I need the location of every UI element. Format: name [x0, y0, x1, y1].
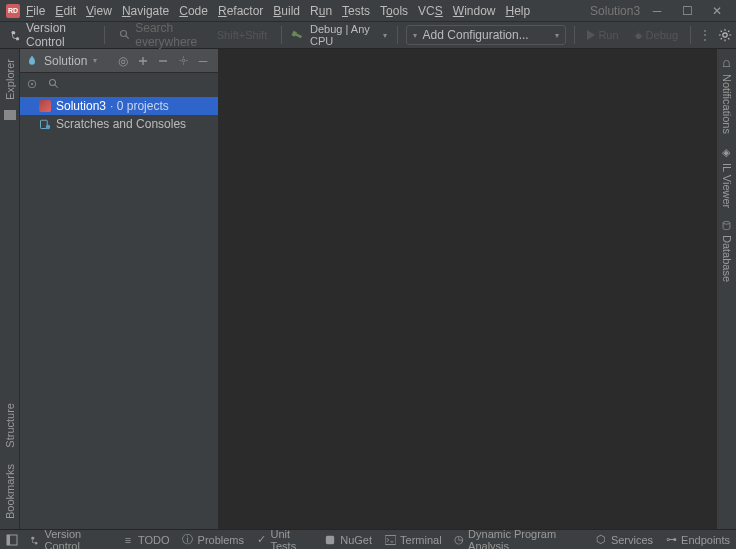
svg-point-10 — [50, 80, 56, 86]
menu-refactor[interactable]: Refactor — [218, 4, 263, 18]
explorer-subtoolbar — [20, 73, 218, 95]
svg-line-1 — [126, 36, 129, 39]
structure-tab[interactable]: Structure — [4, 403, 16, 448]
nuget-icon — [324, 534, 336, 546]
solution-tree: Solution3 · 0 projects Scratches and Con… — [20, 95, 218, 529]
search-icon[interactable] — [48, 78, 60, 90]
status-todo-label: TODO — [138, 534, 170, 546]
settings-icon[interactable] — [718, 27, 732, 43]
status-services-label: Services — [611, 534, 653, 546]
notifications-label: Notifications — [721, 74, 733, 134]
svg-point-0 — [121, 31, 127, 37]
menu-tools[interactable]: Tools — [380, 4, 408, 18]
more-icon[interactable]: ⋮ — [699, 27, 712, 43]
explorer-title[interactable]: Solution ▾ — [44, 54, 99, 68]
maximize-button[interactable]: ☐ — [680, 4, 694, 18]
status-vc-label: Version Control — [44, 528, 110, 550]
folder-icon[interactable] — [4, 110, 16, 120]
menu-window[interactable]: Window — [453, 4, 496, 18]
solution-icon — [26, 55, 38, 67]
bookmarks-tab[interactable]: Bookmarks — [4, 464, 16, 519]
svg-rect-17 — [326, 535, 334, 543]
chevron-down-icon: ▾ — [93, 56, 97, 65]
branch-icon — [30, 534, 40, 546]
menu-help[interactable]: Help — [505, 4, 530, 18]
menu-view[interactable]: View — [86, 4, 112, 18]
status-dpa-label: Dynamic Program Analysis — [468, 528, 583, 550]
info-icon: ⓘ — [182, 534, 194, 546]
close-button[interactable]: ✕ — [710, 4, 724, 18]
build-icon[interactable] — [288, 25, 307, 45]
menu-tests[interactable]: Tests — [342, 4, 370, 18]
separator — [574, 26, 575, 44]
il-viewer-tab[interactable]: ◈ IL Viewer — [720, 146, 733, 208]
status-dpa[interactable]: ◷ Dynamic Program Analysis — [454, 528, 583, 550]
svg-point-13 — [46, 125, 51, 130]
menu-vcs[interactable]: VCS — [418, 4, 443, 18]
menu-code[interactable]: Code — [179, 4, 208, 18]
dropdown-arrow-icon: ▾ — [555, 31, 559, 40]
svg-rect-18 — [385, 535, 396, 544]
solution-config-label: Debug | Any CPU — [310, 23, 379, 47]
status-endpoints[interactable]: ⊶ Endpoints — [665, 534, 730, 546]
status-nuget[interactable]: NuGet — [324, 534, 372, 546]
svg-point-7 — [182, 59, 185, 62]
chevron-down-icon: ▾ — [413, 31, 417, 40]
explorer-title-text: Solution — [44, 54, 87, 68]
scratches-node[interactable]: Scratches and Consoles — [20, 115, 218, 133]
test-icon: ✓ — [256, 534, 266, 546]
search-everywhere[interactable]: Search everywhere Shift+Shift — [113, 21, 273, 49]
list-icon: ≡ — [122, 534, 134, 546]
status-services[interactable]: ⬡ Services — [595, 534, 653, 546]
svg-point-6 — [723, 33, 727, 37]
expand-all-icon[interactable] — [134, 52, 152, 70]
svg-point-14 — [723, 222, 730, 225]
collapse-all-icon[interactable] — [154, 52, 172, 70]
menu-navigate[interactable]: Navigate — [122, 4, 169, 18]
database-tab[interactable]: Database — [721, 220, 733, 282]
explorer-tab[interactable]: Explorer — [4, 59, 16, 100]
search-shortcut: Shift+Shift — [217, 29, 267, 41]
main-area: Explorer Structure Bookmarks Solution ▾ … — [0, 49, 736, 529]
status-problems-label: Problems — [198, 534, 244, 546]
separator — [281, 26, 282, 44]
database-label: Database — [721, 235, 733, 282]
status-endpoints-label: Endpoints — [681, 534, 730, 546]
minimize-button[interactable]: ─ — [650, 4, 664, 18]
services-icon: ⬡ — [595, 534, 607, 546]
play-icon — [586, 30, 596, 40]
solution-file-icon — [38, 99, 52, 113]
status-terminal[interactable]: Terminal — [384, 534, 442, 546]
menu-build[interactable]: Build — [273, 4, 300, 18]
svg-line-11 — [55, 85, 58, 88]
debug-button[interactable]: Debug — [629, 29, 682, 41]
editor-area — [219, 49, 716, 529]
run-config-selector[interactable]: ▾ Add Configuration... ▾ — [406, 25, 566, 45]
status-unit-tests[interactable]: ✓ Unit Tests — [256, 528, 312, 550]
notifications-tab[interactable]: Notifications — [721, 59, 733, 134]
version-control-button[interactable]: Version Control — [4, 21, 96, 49]
solution-config-selector[interactable]: Debug | Any CPU ▾ — [310, 23, 389, 47]
status-problems[interactable]: ⓘ Problems — [182, 534, 244, 546]
branch-icon — [10, 29, 22, 41]
hide-panel-icon[interactable]: ─ — [194, 52, 212, 70]
sync-icon[interactable] — [26, 78, 38, 90]
panel-settings-icon[interactable] — [174, 52, 192, 70]
scratches-icon — [38, 117, 52, 131]
status-todo[interactable]: ≡ TODO — [122, 534, 170, 546]
analysis-icon: ◷ — [454, 534, 464, 546]
status-version-control[interactable]: Version Control — [30, 528, 110, 550]
menu-run[interactable]: Run — [310, 4, 332, 18]
solution-node[interactable]: Solution3 · 0 projects — [20, 97, 218, 115]
toolwindow-toggle-icon[interactable] — [6, 534, 18, 546]
debug-label: Debug — [646, 29, 678, 41]
menu-file[interactable]: File — [26, 4, 45, 18]
menu-edit[interactable]: Edit — [55, 4, 76, 18]
run-button[interactable]: Run — [582, 29, 622, 41]
locate-icon[interactable]: ◎ — [114, 52, 132, 70]
endpoints-icon: ⊶ — [665, 534, 677, 546]
statusbar: Version Control ≡ TODO ⓘ Problems ✓ Unit… — [0, 529, 736, 549]
bug-icon — [633, 30, 644, 41]
solution-name: Solution3 — [56, 99, 106, 113]
separator — [104, 26, 105, 44]
